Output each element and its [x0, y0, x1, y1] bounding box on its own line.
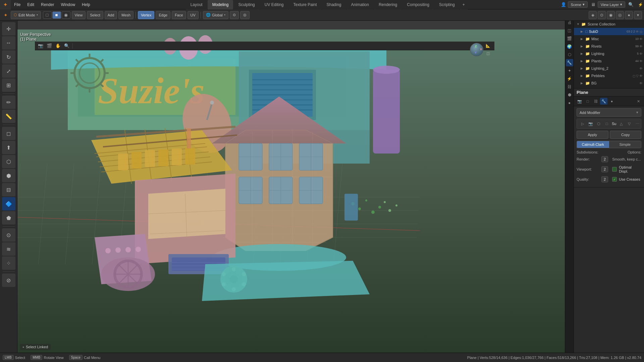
apply-button[interactable]: Apply: [577, 131, 608, 139]
transform-dropdown[interactable]: 🌐 Global ▾: [203, 11, 228, 19]
extrude-tool[interactable]: ⬆: [2, 141, 15, 154]
shear-tool[interactable]: ⊘: [2, 274, 15, 287]
measure-tool[interactable]: 📏: [2, 110, 15, 123]
viewport-camera-icon[interactable]: 🎬: [46, 42, 53, 50]
knife-tool[interactable]: 🔷: [2, 197, 15, 210]
face-btn[interactable]: Face: [172, 11, 186, 19]
prop-tab-object[interactable]: □: [584, 98, 591, 105]
transform-tool[interactable]: ⊞: [2, 78, 15, 92]
modifier-close-icon[interactable]: ✕: [642, 120, 644, 127]
bevel-tool[interactable]: ⬢: [2, 169, 15, 182]
modifier-move-down-icon[interactable]: ▽: [626, 120, 633, 127]
scene-properties-icon[interactable]: 🎬: [566, 35, 573, 42]
viewport-zoom-icon[interactable]: 🔍: [63, 42, 70, 50]
object-properties-icon[interactable]: ⬡: [566, 51, 573, 58]
prop-tab-constraint[interactable]: ⛓: [592, 98, 599, 105]
prop-tab-modifier[interactable]: 🔧: [600, 98, 607, 105]
coll-item-plants[interactable]: ▶ 📁 Plants 44 👁: [574, 57, 644, 65]
constraints-icon[interactable]: ⛓: [566, 83, 573, 90]
prop-tab-material[interactable]: ●: [608, 98, 615, 105]
menu-help[interactable]: Help: [78, 0, 94, 9]
subd-visible-icon[interactable]: 👁: [636, 30, 639, 34]
particles-icon[interactable]: ✦: [566, 67, 573, 74]
modifier-more-icon[interactable]: ⋯: [634, 120, 641, 127]
bg-visible-icon[interactable]: 👁: [639, 81, 643, 85]
pebbles-filter-icon[interactable]: ▽: [636, 74, 639, 78]
lighting-visible-icon[interactable]: 👁: [639, 52, 643, 56]
tab-shading[interactable]: Shading: [322, 0, 346, 9]
modifier-mesh-icon[interactable]: ⬡: [595, 120, 602, 127]
material-icon-btn[interactable]: ◉: [62, 11, 70, 19]
coll-item-lighting2[interactable]: ▶ 📁 Lighting_2 👁: [574, 65, 644, 72]
scale-tool[interactable]: ⤢: [2, 64, 15, 78]
plants-visible-icon[interactable]: 👁: [639, 59, 643, 63]
prop-tab-render[interactable]: 📷: [576, 98, 583, 105]
viewport-nav-icon[interactable]: 📷: [37, 42, 44, 50]
tab-add[interactable]: +: [460, 0, 468, 9]
solid-icon-btn[interactable]: ■: [52, 11, 61, 19]
vertex-btn[interactable]: Vertex: [138, 11, 154, 19]
mode-dropdown[interactable]: ⬡ Edit Mode ▾: [11, 11, 41, 19]
menu-window[interactable]: Window: [57, 0, 78, 9]
material-icon[interactable]: ●: [566, 99, 573, 107]
use-creases-checkbox[interactable]: [612, 177, 617, 182]
tab-modeling[interactable]: Modeling: [208, 0, 233, 9]
move-tool[interactable]: ↔: [2, 36, 15, 50]
object-data-icon[interactable]: ⬢: [566, 91, 573, 99]
smooth-tool[interactable]: ≋: [2, 242, 15, 256]
viewport-extras-btn[interactable]: ▾: [634, 11, 642, 19]
optimal-checkbox[interactable]: [612, 167, 617, 172]
tab-sculpting[interactable]: Sculpting: [233, 0, 259, 9]
ortho-icon[interactable]: ◫: [484, 50, 492, 57]
wireframe-icon-btn[interactable]: □: [43, 11, 52, 19]
scene-selector[interactable]: Scene ▾: [568, 1, 588, 8]
tab-rendering[interactable]: Rendering: [374, 0, 402, 9]
tab-scripting[interactable]: Scripting: [434, 0, 460, 9]
menu-file[interactable]: File: [11, 0, 24, 9]
viewport-area[interactable]: 📷 🎬 ✋ 🔍 X Y Z 📐 ◫: [17, 21, 574, 353]
modifier-move-up-icon[interactable]: △: [618, 120, 625, 127]
rivets-visible-icon[interactable]: 👁: [639, 45, 643, 48]
menu-render[interactable]: Render: [38, 0, 57, 9]
rotate-tool[interactable]: ↻: [2, 50, 15, 64]
pebbles-render-icon[interactable]: ◻: [633, 74, 635, 78]
coll-item-scene-collection[interactable]: ▼ 📁 Scene Collection: [574, 20, 644, 28]
mesh-btn[interactable]: Mesh: [118, 11, 133, 19]
copy-button[interactable]: Copy: [610, 131, 642, 139]
render-icon-btn[interactable]: 🖥: [590, 1, 597, 8]
simple-tab[interactable]: Simple: [609, 141, 641, 148]
modifier-show-viewport-icon[interactable]: □: [603, 120, 610, 127]
tab-texture-paint[interactable]: Texture Paint: [288, 0, 321, 9]
pebbles-visible-icon[interactable]: 👁: [639, 74, 643, 78]
modifier-properties-icon[interactable]: 🔧: [566, 59, 573, 66]
view-btn[interactable]: View: [72, 11, 86, 19]
add-btn[interactable]: Add: [105, 11, 117, 19]
menu-edit[interactable]: Edit: [24, 0, 38, 9]
tab-layout[interactable]: Layout: [186, 0, 207, 9]
add-modifier-btn[interactable]: Add Modifier ▾: [577, 108, 641, 117]
coll-item-subd[interactable]: ▶ □ SubD 03·2 2 👁 ◎: [574, 28, 644, 35]
edge-btn[interactable]: Edge: [156, 11, 170, 19]
tab-compositing[interactable]: Compositing: [402, 0, 434, 9]
polypen-tool[interactable]: ⬟: [2, 211, 15, 225]
modifier-toggle-icon[interactable]: ▷: [579, 120, 586, 127]
coll-item-lighting[interactable]: ▶ 📁 Lighting 5 👁: [574, 50, 644, 57]
render-value[interactable]: 2: [601, 156, 608, 162]
quality-value[interactable]: 2: [601, 176, 608, 182]
xray-btn[interactable]: ⊙: [598, 11, 606, 19]
uv-btn[interactable]: UV: [187, 11, 199, 19]
search-icon-btn[interactable]: 🔍: [627, 1, 635, 8]
user-icon-btn[interactable]: 👤: [560, 1, 567, 8]
misc-visible-icon[interactable]: 👁: [639, 37, 643, 41]
select-btn[interactable]: Select: [87, 11, 103, 19]
inset-tool[interactable]: ⬡: [2, 155, 15, 168]
view-layer-selector[interactable]: View Layer ▾: [598, 1, 625, 8]
coll-item-pebbles[interactable]: ▶ 📁 Pebbles ◻ ▽ 👁: [574, 72, 644, 79]
view-layer-properties-icon[interactable]: ◫: [566, 27, 573, 34]
shading-solid-btn[interactable]: ◉: [607, 11, 615, 19]
shading-render-btn[interactable]: ◎: [616, 11, 624, 19]
proportional-btn[interactable]: ◎: [240, 11, 250, 19]
subd-select-icon[interactable]: ◎: [640, 30, 643, 34]
coll-item-bg[interactable]: ▶ 📁 BG 👁: [574, 79, 644, 87]
spin-tool[interactable]: ⊙: [2, 228, 15, 242]
